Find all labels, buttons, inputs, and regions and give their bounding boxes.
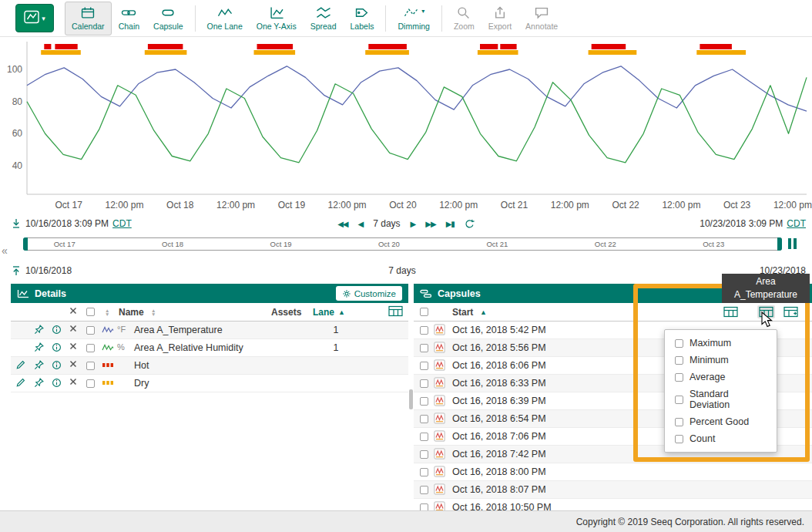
details-row[interactable]: °FArea A_Temperature1 [11, 322, 408, 339]
step-forward-button[interactable]: ▶ [411, 220, 416, 228]
capsule-bar-dry[interactable] [696, 50, 746, 55]
info-icon[interactable] [52, 325, 62, 335]
row-checkbox[interactable] [86, 362, 95, 370]
add-column-icon[interactable] [387, 305, 404, 318]
step-back-button[interactable]: ◀ [358, 220, 364, 228]
pin-icon[interactable] [34, 325, 44, 335]
row-checkbox[interactable] [86, 379, 95, 388]
sort-icon[interactable]: ▲▼ [151, 309, 156, 316]
info-icon[interactable] [52, 378, 62, 388]
stat-checkbox[interactable] [675, 356, 683, 365]
capsule-row[interactable]: Oct 16, 2018 10:50 PM [414, 499, 812, 510]
view-selector-button[interactable]: ▾ [15, 4, 54, 32]
capsule-checkbox[interactable] [420, 326, 428, 335]
timezone-link[interactable]: CDT [112, 218, 132, 229]
select-all-capsules-checkbox[interactable] [420, 308, 428, 316]
toolbar-item-dimming[interactable]: ▾Dimming [391, 2, 436, 35]
edit-icon[interactable] [15, 360, 25, 370]
toolbar-item-one-y-axis[interactable]: One Y-Axis [250, 2, 304, 35]
item-name[interactable]: Hot [134, 360, 149, 371]
stats-menu-item-percent-good[interactable]: Percent Good [665, 413, 777, 430]
arrow-down-to-line-icon[interactable] [11, 218, 22, 229]
toolbar-item-capsule[interactable]: Capsule [146, 2, 190, 35]
capsule-bar-dry[interactable] [589, 50, 637, 55]
remove-icon[interactable] [69, 378, 77, 386]
refresh-icon[interactable] [465, 219, 475, 229]
column-name[interactable]: Name [119, 307, 144, 318]
step-back-full-button[interactable]: ◀◀ [337, 220, 347, 228]
capsule-bar-dry[interactable] [41, 50, 81, 55]
stat-checkbox[interactable] [675, 396, 683, 404]
capsule-bar-hot[interactable] [368, 44, 407, 49]
capsule-row[interactable]: Oct 16, 2018 8:07 PM [414, 481, 812, 499]
toolbar-item-spread[interactable]: Spread [304, 2, 344, 35]
capsule-checkbox[interactable] [420, 397, 428, 406]
toolbar-item-annotate[interactable]: Annotate [518, 2, 565, 35]
capsule-bar-hot[interactable] [44, 44, 51, 49]
capsule-bar-hot[interactable] [55, 44, 77, 49]
toolbar-item-zoom[interactable]: Zoom [447, 2, 481, 35]
stat-checkbox[interactable] [675, 435, 683, 443]
column-lane[interactable]: Lane [313, 307, 334, 318]
range-duration[interactable]: 7 days [373, 218, 400, 229]
remove-icon[interactable] [69, 360, 77, 368]
stats-columns-icon[interactable] [757, 305, 775, 318]
stat-checkbox[interactable] [675, 339, 683, 348]
capsule-checkbox[interactable] [420, 486, 428, 494]
trend-chart[interactable]: 100806040Oct 1712:00 pmOct 1812:00 pmOct… [0, 37, 812, 217]
remove-icon[interactable] [69, 325, 77, 332]
capsule-checkbox[interactable] [420, 362, 428, 370]
arrow-up-to-line-icon[interactable] [11, 265, 22, 276]
toolbar-item-export[interactable]: Export [481, 2, 518, 35]
details-row[interactable]: %Area A_Relative Humidity1 [11, 339, 408, 357]
stats-menu-item-maximum[interactable]: Maximum [665, 335, 777, 352]
toolbar-item-chain[interactable]: Chain [112, 2, 146, 35]
remove-icon[interactable] [69, 342, 77, 350]
capsule-checkbox[interactable] [420, 415, 428, 423]
stats-menu-item-average[interactable]: Average [665, 369, 777, 386]
toolbar-item-calendar[interactable]: Calendar [65, 2, 112, 35]
item-name[interactable]: Area A_Relative Humidity [134, 342, 243, 353]
capsule-bar-hot[interactable] [257, 44, 294, 49]
capsule-bar-dry[interactable] [254, 50, 296, 55]
investigate-range-slider[interactable]: Oct 17Oct 18Oct 19Oct 20Oct 21Oct 22Oct … [23, 237, 782, 251]
capsule-checkbox[interactable] [420, 503, 428, 510]
capsule-row[interactable]: Oct 16, 2018 8:00 PM [414, 463, 812, 481]
slider-right-handle[interactable] [777, 237, 782, 251]
series-Area-A_Temperature[interactable] [27, 66, 807, 111]
capsule-grid-icon[interactable] [722, 305, 740, 318]
capsule-bar-hot[interactable] [480, 44, 498, 49]
toolbar-item-labels[interactable]: Labels [344, 2, 381, 35]
row-checkbox[interactable] [86, 326, 95, 335]
capsule-checkbox[interactable] [420, 450, 428, 459]
stat-checkbox[interactable] [675, 373, 683, 382]
pin-icon[interactable] [34, 378, 44, 388]
row-checkbox[interactable] [86, 344, 95, 352]
collapse-panel-chevron[interactable]: « [2, 244, 8, 257]
capsule-bar-dry[interactable] [145, 50, 187, 55]
slider-left-handle[interactable] [23, 237, 28, 251]
capsule-bar-hot[interactable] [148, 44, 183, 49]
capsule-checkbox[interactable] [420, 468, 428, 476]
capsule-bar-hot[interactable] [592, 44, 626, 49]
step-to-end-button[interactable]: ▶▮ [446, 220, 455, 228]
capsule-checkbox[interactable] [420, 379, 428, 388]
item-name[interactable]: Area A_Temperature [134, 325, 223, 335]
stats-menu-item-count[interactable]: Count [665, 430, 777, 447]
capsule-checkbox[interactable] [420, 433, 428, 441]
stat-checkbox[interactable] [675, 418, 683, 426]
edit-icon[interactable] [15, 378, 25, 388]
capsule-checkbox[interactable] [420, 344, 428, 352]
capsule-bar-hot[interactable] [500, 44, 516, 49]
details-row[interactable]: Dry [11, 375, 408, 392]
pin-icon[interactable] [34, 360, 44, 370]
pin-icon[interactable] [34, 342, 44, 352]
item-name[interactable]: Dry [134, 378, 149, 389]
stats-menu-item-minimum[interactable]: Minimum [665, 352, 777, 369]
column-start[interactable]: Start [452, 307, 473, 318]
remove-all-icon[interactable] [69, 307, 77, 315]
stats-menu-item-standard-deviation[interactable]: Standard Deviation [665, 386, 777, 413]
sort-icon[interactable]: ▲▼ [105, 309, 109, 316]
series-Area-A_Relative-Humidity[interactable] [27, 77, 807, 162]
panel-resizer[interactable] [408, 284, 414, 510]
